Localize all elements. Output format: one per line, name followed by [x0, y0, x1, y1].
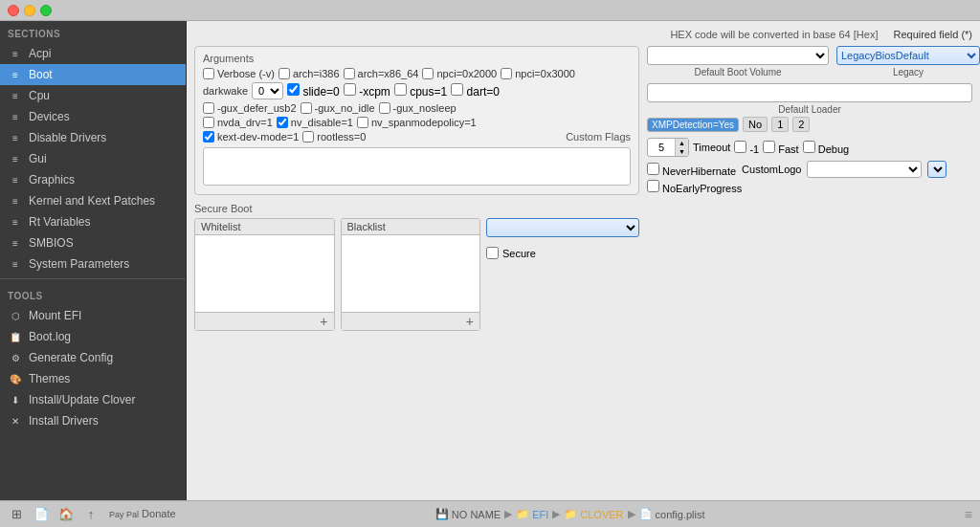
never-hibernate-checkbox[interactable]: [647, 163, 659, 175]
minus1-checkbox[interactable]: [734, 141, 746, 153]
maximize-button[interactable]: [40, 5, 52, 16]
sections-header: SECTIONS: [0, 25, 186, 43]
cpu-icon: ≡: [8, 90, 23, 101]
dart-label[interactable]: dart=0: [451, 83, 500, 99]
customlogo-select[interactable]: [807, 161, 922, 178]
npci-3000-label[interactable]: npci=0x3000: [501, 68, 575, 79]
arch-i386-label[interactable]: arch=i386: [278, 68, 340, 79]
boot-log-icon: 📋: [8, 331, 23, 342]
custom-flags-textarea[interactable]: [203, 147, 631, 186]
boot-icon: ≡: [8, 69, 23, 80]
sidebar-item-generate-config[interactable]: ⚙ Generate Config: [0, 347, 186, 368]
cpus-checkbox[interactable]: [394, 83, 407, 96]
gux-no-idle-label[interactable]: -gux_no_idle: [301, 102, 375, 114]
gux-nosleep-label[interactable]: -gux_nosleep: [379, 102, 457, 114]
minus1-label[interactable]: -1: [734, 141, 759, 155]
debug-label[interactable]: Debug: [803, 141, 849, 155]
sidebar-item-install-update-clover[interactable]: ⬇ Install/Update Clover: [0, 389, 186, 410]
blacklist-footer: +: [342, 312, 480, 330]
sidebar-item-system-parameters[interactable]: ≡ System Parameters: [0, 253, 186, 274]
fast-label[interactable]: Fast: [763, 141, 798, 155]
nv-spanmode-checkbox[interactable]: [357, 117, 368, 128]
timeout-spinner: ▲ ▼: [647, 138, 689, 157]
timeout-up-button[interactable]: ▲: [675, 139, 688, 147]
customlogo-arrow-select[interactable]: [927, 161, 947, 178]
verbose-label[interactable]: Verbose (-v): [203, 68, 275, 79]
rootless-label[interactable]: rootless=0: [302, 131, 366, 143]
xmp-no-option[interactable]: No: [743, 117, 768, 132]
sidebar-item-install-drivers[interactable]: ✕ Install Drivers: [0, 410, 186, 431]
fast-checkbox[interactable]: [763, 141, 775, 153]
sidebar-item-smbios[interactable]: ≡ SMBIOS: [0, 232, 186, 253]
no-early-label[interactable]: NoEarlyProgress: [647, 180, 742, 194]
sidebar-item-graphics[interactable]: ≡ Graphics: [0, 169, 186, 190]
no-early-checkbox[interactable]: [647, 180, 659, 192]
donate-text[interactable]: Pay Pal Donate: [109, 508, 176, 519]
left-column: Arguments Verbose (-v) arch=i386: [194, 46, 639, 331]
sidebar-item-cpu[interactable]: ≡ Cpu: [0, 85, 186, 106]
slide-label[interactable]: slide=0: [287, 83, 340, 99]
boot-volume-row: Default Boot Volume LegacyBiosDefault Le…: [647, 46, 972, 77]
sidebar-item-themes[interactable]: 🎨 Themes: [0, 368, 186, 389]
gux-no-idle-checkbox[interactable]: [301, 102, 312, 114]
nvda-drv-checkbox[interactable]: [203, 117, 214, 128]
bottom-right-icon[interactable]: ≡: [965, 507, 972, 522]
gux-defer-label[interactable]: -gux_defer_usb2: [203, 102, 297, 114]
never-hibernate-label[interactable]: NeverHibernate: [647, 163, 736, 177]
timeout-input[interactable]: [648, 139, 675, 156]
minimize-button[interactable]: [24, 5, 35, 16]
arch-i386-checkbox[interactable]: [278, 68, 290, 79]
xmp-detection-button[interactable]: XMPDetection=Yes: [647, 118, 739, 132]
sidebar-item-kernel-kext[interactable]: ≡ Kernel and Kext Patches: [0, 190, 186, 211]
xcpm-checkbox[interactable]: [344, 83, 356, 96]
bottom-icon-3[interactable]: 🏠: [57, 506, 75, 523]
npci-3000-checkbox[interactable]: [501, 68, 512, 79]
sidebar-item-boot[interactable]: ≡ Boot: [0, 64, 186, 85]
default-loader-input[interactable]: [647, 83, 972, 102]
arch-x86-checkbox[interactable]: [344, 68, 355, 79]
nv-disable-checkbox[interactable]: [277, 117, 288, 128]
secure-dropdown[interactable]: [486, 218, 639, 237]
kext-dev-checkbox[interactable]: [203, 131, 214, 143]
dart-checkbox[interactable]: [451, 83, 463, 96]
sidebar-item-devices[interactable]: ≡ Devices: [0, 106, 186, 127]
window-controls[interactable]: [8, 5, 52, 16]
gux-defer-checkbox[interactable]: [203, 102, 214, 114]
debug-checkbox[interactable]: [803, 141, 815, 153]
sidebar-item-disable-drivers[interactable]: ≡ Disable Drivers: [0, 127, 186, 148]
npci-2000-label[interactable]: npci=0x2000: [422, 68, 497, 79]
secure-checkbox[interactable]: [486, 247, 499, 259]
xcpm-label[interactable]: -xcpm: [344, 83, 390, 99]
blacklist-add-button[interactable]: +: [464, 315, 476, 328]
bottom-icon-share[interactable]: ↑: [82, 506, 100, 523]
xmp-1-option[interactable]: 1: [771, 117, 789, 132]
timeout-down-button[interactable]: ▼: [675, 147, 688, 156]
legacy-select[interactable]: LegacyBiosDefault LegacyFirst UEFIFirst: [836, 46, 980, 65]
nv-spanmode-label[interactable]: nv_spanmodepolicy=1: [357, 117, 477, 128]
npci-2000-checkbox[interactable]: [422, 68, 434, 79]
cpus-label[interactable]: cpus=1: [394, 83, 447, 99]
rootless-checkbox[interactable]: [302, 131, 314, 143]
darkwake-select[interactable]: 012: [252, 82, 283, 99]
arch-x86-label[interactable]: arch=x86_64: [344, 68, 419, 79]
sidebar-item-acpi[interactable]: ≡ Acpi: [0, 43, 186, 64]
sidebar-item-boot-log[interactable]: 📋 Boot.log: [0, 326, 186, 347]
sidebar-item-gui[interactable]: ≡ Gui: [0, 148, 186, 169]
blacklist-header: Blacklist: [342, 219, 480, 235]
sidebar-item-label: Devices: [29, 110, 70, 123]
default-boot-volume-select[interactable]: [647, 46, 829, 65]
nv-disable-label[interactable]: nv_disable=1: [277, 117, 353, 128]
slide-checkbox[interactable]: [287, 83, 300, 96]
bottom-icon-2[interactable]: 📄: [33, 506, 50, 523]
verbose-checkbox[interactable]: [203, 68, 214, 79]
sidebar-item-mount-efi[interactable]: ⬡ Mount EFI: [0, 305, 186, 326]
kext-dev-label[interactable]: kext-dev-mode=1: [203, 131, 299, 143]
sidebar-item-rt-variables[interactable]: ≡ Rt Variables: [0, 211, 186, 232]
gux-nosleep-checkbox[interactable]: [379, 102, 390, 114]
bottom-icon-1[interactable]: ⊞: [8, 506, 25, 523]
whitelist-add-button[interactable]: +: [318, 315, 329, 328]
xmp-2-option[interactable]: 2: [792, 117, 810, 132]
sidebar-item-label: Install/Update Clover: [29, 393, 135, 406]
close-button[interactable]: [8, 5, 19, 16]
nvda-drv-label[interactable]: nvda_drv=1: [203, 117, 273, 128]
